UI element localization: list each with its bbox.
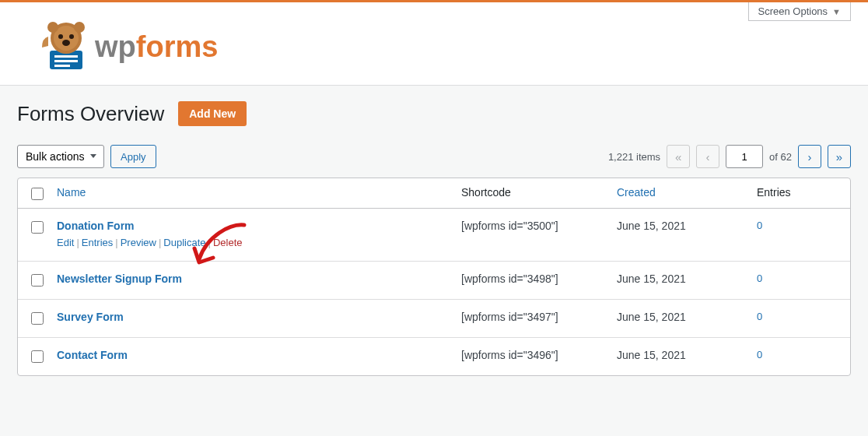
form-name-link[interactable]: Survey Form xyxy=(57,311,124,323)
bulk-actions-select[interactable]: Bulk actions xyxy=(17,145,104,168)
separator: | xyxy=(115,237,117,248)
shortcode-cell: [wpforms id="3497"] xyxy=(461,311,617,323)
separator: | xyxy=(159,237,161,248)
svg-text:wpforms: wpforms xyxy=(94,30,218,63)
col-shortcode: Shortcode xyxy=(461,186,617,199)
col-entries: Entries xyxy=(757,186,850,199)
entries-link[interactable]: 0 xyxy=(757,272,762,284)
shortcode-cell: [wpforms id="3500"] xyxy=(461,220,617,232)
page-header: Forms Overview Add New xyxy=(0,86,868,145)
svg-point-7 xyxy=(69,34,74,39)
preview-link[interactable]: Preview xyxy=(121,237,156,248)
add-new-button[interactable]: Add New xyxy=(178,101,247,126)
shortcode-cell: [wpforms id="3498"] xyxy=(461,272,617,285)
separator: | xyxy=(76,237,79,248)
controls-row: Bulk actions Apply 1,221 items « ‹ of 62… xyxy=(0,145,868,178)
row-checkbox[interactable] xyxy=(31,312,44,325)
page-title: Forms Overview xyxy=(17,102,164,126)
table-row: Contact Form[wpforms id="3496"]June 15, … xyxy=(18,338,850,375)
col-name[interactable]: Name xyxy=(57,186,461,199)
page-of-label: of 62 xyxy=(769,151,792,163)
screen-options-button[interactable]: Screen Options ▼ xyxy=(748,2,852,21)
row-checkbox[interactable] xyxy=(31,274,44,287)
table-header: Name Shortcode Created Entries xyxy=(18,178,850,209)
created-cell: June 15, 2021 xyxy=(617,220,757,232)
apply-button[interactable]: Apply xyxy=(110,145,156,168)
entries-link[interactable]: Entries xyxy=(82,237,113,248)
table-row: Newsletter Signup Form[wpforms id="3498"… xyxy=(18,262,850,300)
row-checkbox[interactable] xyxy=(31,350,44,363)
svg-point-10 xyxy=(74,22,85,33)
delete-link[interactable]: Delete xyxy=(213,237,243,248)
form-name-link[interactable]: Donation Form xyxy=(57,220,135,232)
edit-link[interactable]: Edit xyxy=(57,237,74,248)
table-row: Donation FormEdit|Entries|Preview|Duplic… xyxy=(18,209,850,262)
chevron-down-icon: ▼ xyxy=(832,7,841,16)
table-row: Survey Form[wpforms id="3497"]June 15, 2… xyxy=(18,300,850,338)
form-name-link[interactable]: Newsletter Signup Form xyxy=(57,272,182,285)
page-number-input[interactable] xyxy=(726,145,763,168)
created-cell: June 15, 2021 xyxy=(617,349,757,361)
shortcode-cell: [wpforms id="3496"] xyxy=(461,349,617,361)
svg-point-8 xyxy=(62,40,70,46)
brand-bar: wpforms xyxy=(0,2,868,86)
select-all-checkbox[interactable] xyxy=(31,188,44,200)
col-created[interactable]: Created xyxy=(617,186,757,199)
entries-link[interactable]: 0 xyxy=(757,311,762,322)
next-page-button[interactable]: › xyxy=(798,145,821,168)
first-page-button: « xyxy=(667,145,690,168)
screen-options-label: Screen Options xyxy=(758,5,828,17)
duplicate-link[interactable]: Duplicate xyxy=(163,237,205,248)
wpforms-logo: wpforms xyxy=(17,16,219,71)
entries-link[interactable]: 0 xyxy=(757,349,762,360)
form-name-link[interactable]: Contact Form xyxy=(57,349,128,361)
row-checkbox[interactable] xyxy=(31,221,44,234)
svg-rect-3 xyxy=(54,65,70,67)
prev-page-button: ‹ xyxy=(696,145,719,168)
svg-point-9 xyxy=(47,22,58,33)
separator: | xyxy=(208,237,211,248)
svg-rect-1 xyxy=(54,55,78,58)
svg-rect-2 xyxy=(54,60,78,62)
row-actions: Edit|Entries|Preview|Duplicate|Delete xyxy=(57,237,461,248)
svg-point-6 xyxy=(58,34,63,39)
created-cell: June 15, 2021 xyxy=(617,311,757,323)
entries-link[interactable]: 0 xyxy=(757,220,762,231)
forms-table: Name Shortcode Created Entries Donation … xyxy=(17,178,851,376)
created-cell: June 15, 2021 xyxy=(617,272,757,285)
last-page-button[interactable]: » xyxy=(828,145,851,168)
items-count: 1,221 items xyxy=(608,151,660,163)
